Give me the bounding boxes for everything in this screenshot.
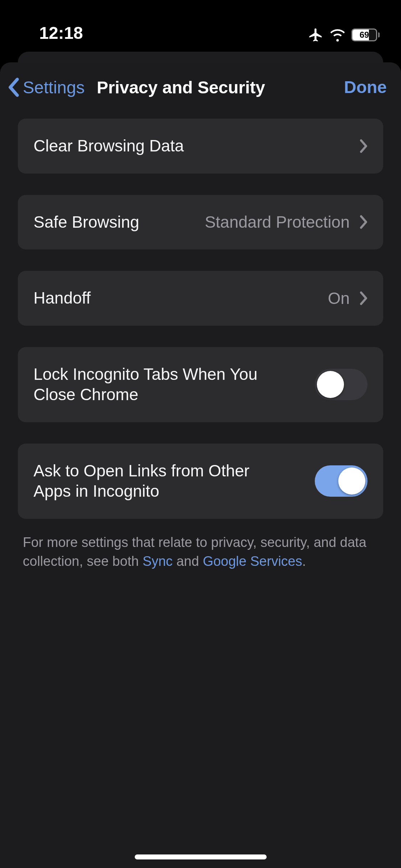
row-value: On — [328, 289, 350, 308]
chevron-right-icon — [359, 215, 367, 229]
row-safe-browsing[interactable]: Safe Browsing Standard Protection — [18, 195, 383, 250]
chevron-left-icon — [8, 77, 21, 97]
row-ask-incognito: Ask to Open Links from Other Apps in Inc… — [18, 444, 383, 519]
row-lock-incognito: Lock Incognito Tabs When You Close Chrom… — [18, 347, 383, 422]
done-button[interactable]: Done — [344, 77, 387, 97]
footer-text: and — [173, 554, 203, 569]
row-clear-browsing-data[interactable]: Clear Browsing Data — [18, 119, 383, 174]
toggle-knob — [317, 371, 344, 398]
toggle-knob — [338, 467, 365, 495]
battery-percent: 69 — [353, 30, 376, 40]
chevron-right-icon — [359, 139, 367, 153]
link-google-services[interactable]: Google Services — [203, 554, 302, 569]
back-label: Settings — [23, 78, 84, 97]
chevron-right-icon — [359, 291, 367, 305]
footer-text: . — [302, 554, 306, 569]
wifi-icon — [330, 27, 345, 42]
row-handoff[interactable]: Handoff On — [18, 271, 383, 326]
row-label: Handoff — [34, 288, 91, 309]
toggle-lock-incognito[interactable] — [315, 369, 367, 400]
link-sync[interactable]: Sync — [143, 554, 173, 569]
airplane-mode-icon — [308, 27, 324, 43]
back-button[interactable]: Settings — [8, 77, 84, 97]
status-bar: 12:18 69 — [0, 0, 401, 50]
row-label: Lock Incognito Tabs When You Close Chrom… — [34, 364, 276, 405]
toggle-ask-incognito[interactable] — [315, 465, 367, 497]
page-title: Privacy and Security — [97, 78, 265, 97]
nav-bar: Settings Privacy and Security Done — [0, 62, 401, 119]
battery-indicator: 69 — [351, 29, 380, 41]
row-label: Clear Browsing Data — [34, 136, 184, 156]
status-icons: 69 — [308, 27, 380, 43]
footer-note: For more settings that relate to privacy… — [0, 533, 401, 571]
home-indicator[interactable] — [135, 854, 267, 859]
row-label: Ask to Open Links from Other Apps in Inc… — [34, 461, 276, 502]
row-value: Standard Protection — [205, 212, 350, 232]
settings-sheet: Settings Privacy and Security Done Clear… — [0, 62, 401, 868]
status-time: 12:18 — [39, 23, 83, 43]
settings-list: Clear Browsing Data Safe Browsing Standa… — [0, 119, 401, 540]
row-label: Safe Browsing — [34, 212, 139, 233]
